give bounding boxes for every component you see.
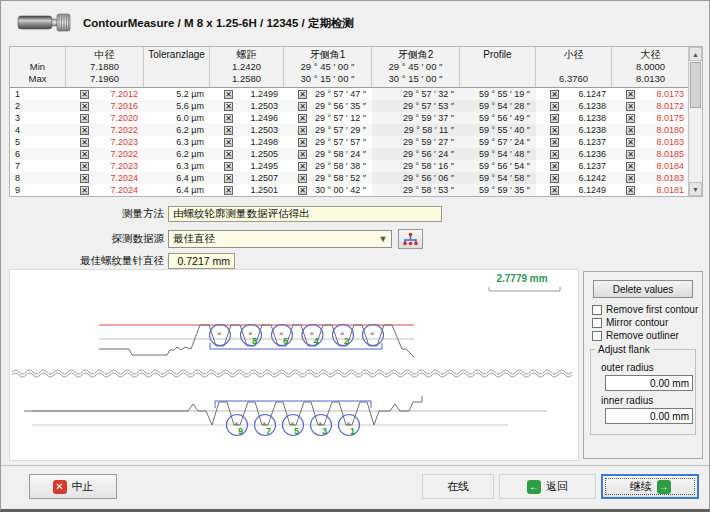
checked-checkbox-icon[interactable]: ✕ [550, 174, 559, 183]
checked-checkbox-icon[interactable]: ✕ [80, 138, 89, 147]
checked-checkbox-icon[interactable]: ✕ [224, 126, 233, 135]
mirror-contour-checkbox[interactable] [592, 318, 602, 328]
table-row[interactable]: 8✕7.20246.4 µm✕1.2507✕29 ° 58 ′ 52 ″29 °… [10, 172, 688, 184]
back-button[interactable]: ← 返回 [499, 474, 596, 499]
cell-value: 29 ° 58 ′ 16 ″ [372, 160, 460, 172]
source-dropdown[interactable]: 最佳直径 ▼ [168, 230, 392, 248]
cell-tol: 6.0 µm [144, 112, 210, 124]
checked-checkbox-icon[interactable]: ✕ [80, 90, 89, 99]
checked-checkbox-icon[interactable]: ✕ [298, 126, 307, 135]
checked-checkbox-icon[interactable]: ✕ [626, 114, 635, 123]
cell-tol: 6.3 µm [144, 160, 210, 172]
cell-a2: 29 ° 56 ′ 24 ″ [372, 148, 460, 160]
checked-checkbox-icon[interactable]: ✕ [298, 90, 307, 99]
remove-outliner-row[interactable]: Remove outliner [592, 330, 702, 341]
checked-checkbox-icon[interactable]: ✕ [224, 162, 233, 171]
checked-checkbox-icon[interactable]: ✕ [550, 150, 559, 159]
checked-checkbox-icon[interactable]: ✕ [550, 186, 559, 195]
checked-checkbox-icon[interactable]: ✕ [298, 114, 307, 123]
checked-checkbox-icon[interactable]: ✕ [550, 102, 559, 111]
pin-diameter-field[interactable] [168, 253, 235, 269]
measurement-table: MinMax中径7.18807.1960Toleranzlage 螺距1.242… [9, 46, 703, 197]
remove-outliner-checkbox[interactable] [592, 331, 602, 341]
cell-p: ✕1.2501 [210, 184, 284, 196]
checked-checkbox-icon[interactable]: ✕ [626, 102, 635, 111]
table-row[interactable]: 4✕7.20226.2 µm✕1.2503✕29 ° 57 ′ 29 ″29 °… [10, 124, 688, 136]
mirror-contour-row[interactable]: Mirror contour [592, 317, 702, 328]
dimension-bracket [489, 287, 560, 291]
method-field[interactable] [168, 206, 442, 222]
checked-checkbox-icon[interactable]: ✕ [626, 126, 635, 135]
abort-button[interactable]: ✕ 中止 [29, 474, 117, 499]
cell-value: 6.4 µm [144, 184, 210, 196]
checked-checkbox-icon[interactable]: ✕ [550, 162, 559, 171]
table-row[interactable]: 7✕7.20236.3 µm✕1.2495✕29 ° 58 ′ 38 ″29 °… [10, 160, 688, 172]
checked-checkbox-icon[interactable]: ✕ [80, 114, 89, 123]
remove-first-contour-row[interactable]: Remove first contour [592, 304, 702, 315]
cell-value: 59 ° 54 ′ 48 ″ [460, 148, 536, 160]
checked-checkbox-icon[interactable]: ✕ [298, 174, 307, 183]
checked-checkbox-icon[interactable]: ✕ [298, 102, 307, 111]
cell-value: 59 ° 56 ′ 49 ″ [460, 112, 536, 124]
table-scrollbar[interactable]: ▲ ▼ [688, 47, 702, 196]
checked-checkbox-icon[interactable]: ✕ [80, 174, 89, 183]
checked-checkbox-icon[interactable]: ✕ [626, 150, 635, 159]
abort-label: 中止 [72, 479, 94, 494]
checked-checkbox-icon[interactable]: ✕ [80, 162, 89, 171]
circle-number-label: 6 [283, 336, 288, 346]
checked-checkbox-icon[interactable]: ✕ [550, 90, 559, 99]
cell-d2: ✕7.2022 [66, 148, 144, 160]
cell-d3: ✕8.0184 [612, 160, 688, 172]
checked-checkbox-icon[interactable]: ✕ [224, 114, 233, 123]
checked-checkbox-icon[interactable]: ✕ [224, 150, 233, 159]
checked-checkbox-icon[interactable]: ✕ [626, 186, 635, 195]
checked-checkbox-icon[interactable]: ✕ [550, 114, 559, 123]
table-row[interactable]: 9✕7.20246.4 µm✕1.2501✕30 ° 00 ′ 42 ″29 °… [10, 184, 688, 196]
continue-button[interactable]: 继续 → [601, 474, 699, 499]
checked-checkbox-icon[interactable]: ✕ [298, 138, 307, 147]
remove-first-contour-checkbox[interactable] [592, 305, 602, 315]
cell-d1: ✕6.1237 [536, 136, 612, 148]
probe-network-button[interactable] [398, 229, 423, 249]
circle-number-label: 5 [294, 426, 299, 436]
cell-pr: 59 ° 59 ′ 35 ″ [460, 184, 536, 196]
inner-radius-field[interactable] [605, 408, 693, 424]
mirror-contour-label: Mirror contour [606, 317, 668, 328]
checked-checkbox-icon[interactable]: ✕ [80, 150, 89, 159]
checked-checkbox-icon[interactable]: ✕ [224, 186, 233, 195]
cell-d2: ✕7.2023 [66, 160, 144, 172]
checked-checkbox-icon[interactable]: ✕ [298, 186, 307, 195]
checked-checkbox-icon[interactable]: ✕ [80, 102, 89, 111]
checked-checkbox-icon[interactable]: ✕ [224, 174, 233, 183]
adjust-flank-label: Adjust flank [595, 344, 653, 355]
checked-checkbox-icon[interactable]: ✕ [80, 126, 89, 135]
cell-a1: ✕29 ° 56 ′ 35 ″ [284, 100, 372, 112]
outer-radius-field[interactable] [605, 375, 693, 391]
checked-checkbox-icon[interactable]: ✕ [298, 150, 307, 159]
checked-checkbox-icon[interactable]: ✕ [626, 174, 635, 183]
cell-pr: 59 ° 57 ′ 24 ″ [460, 136, 536, 148]
checked-checkbox-icon[interactable]: ✕ [224, 138, 233, 147]
checked-checkbox-icon[interactable]: ✕ [626, 138, 635, 147]
scrollbar-thumb[interactable] [690, 62, 701, 108]
online-button[interactable]: 在线 [422, 474, 494, 499]
table-row[interactable]: 6✕7.20226.2 µm✕1.2505✕29 ° 58 ′ 24 ″29 °… [10, 148, 688, 160]
scroll-down-icon[interactable]: ▼ [689, 182, 702, 196]
checked-checkbox-icon[interactable]: ✕ [550, 138, 559, 147]
table-row[interactable]: 5✕7.20236.3 µm✕1.2498✕29 ° 57 ′ 57 ″29 °… [10, 136, 688, 148]
checked-checkbox-icon[interactable]: ✕ [550, 126, 559, 135]
checked-checkbox-icon[interactable]: ✕ [626, 90, 635, 99]
checked-checkbox-icon[interactable]: ✕ [224, 90, 233, 99]
checked-checkbox-icon[interactable]: ✕ [626, 162, 635, 171]
checked-checkbox-icon[interactable]: ✕ [298, 162, 307, 171]
table-row[interactable]: 3✕7.20206.0 µm✕1.2496✕29 ° 57 ′ 12 ″29 °… [10, 112, 688, 124]
table-row[interactable]: 1✕7.20125.2 µm✕1.2499✕29 ° 57 ′ 47 ″29 °… [10, 88, 688, 100]
scroll-up-icon[interactable]: ▲ [689, 47, 702, 61]
column-header-minmax: MinMax [10, 47, 66, 87]
checked-checkbox-icon[interactable]: ✕ [224, 102, 233, 111]
cell-value: 59 ° 55 ′ 19 ″ [460, 88, 536, 100]
checked-checkbox-icon[interactable]: ✕ [80, 186, 89, 195]
delete-values-button[interactable]: Delete values [593, 280, 693, 298]
table-row[interactable]: 2✕7.20165.6 µm✕1.2503✕29 ° 56 ′ 35 ″29 °… [10, 100, 688, 112]
cell-a2: 29 ° 57 ′ 32 ″ [372, 88, 460, 100]
